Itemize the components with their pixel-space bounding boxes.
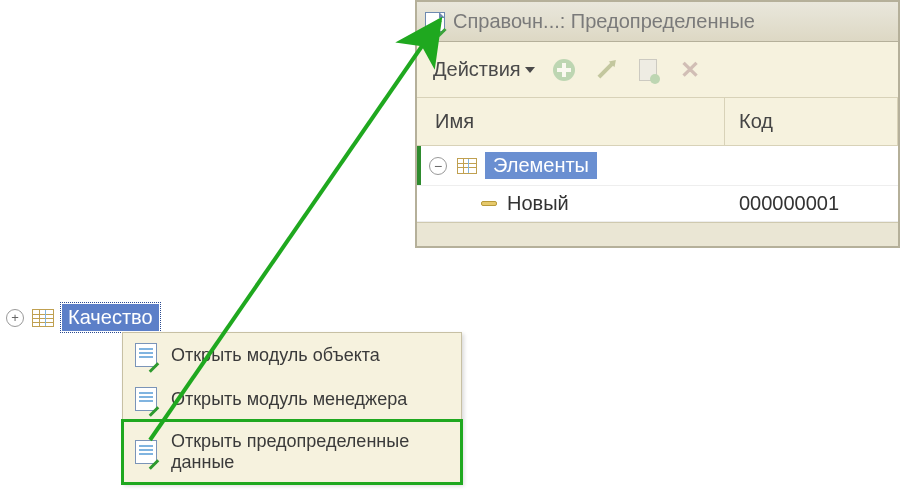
grid-row-root[interactable]: − Элементы — [417, 146, 898, 186]
grid-header: Имя Код — [417, 98, 898, 146]
predefined-window: Справочн...: Предопределенные Действия ✕… — [415, 0, 900, 248]
module-icon — [135, 343, 157, 367]
menu-open-manager-module[interactable]: Открыть модуль менеджера — [123, 377, 461, 421]
menu-item-label: Открыть модуль менеджера — [171, 389, 407, 410]
collapse-toggle[interactable]: − — [429, 157, 447, 175]
chevron-down-icon — [525, 67, 535, 73]
grid-body: − Элементы Новый 000000001 — [417, 146, 898, 222]
edit-button[interactable] — [593, 57, 619, 83]
menu-item-label: Открыть модуль объекта — [171, 345, 380, 366]
column-header-code[interactable]: Код — [725, 98, 898, 145]
delete-icon: ✕ — [680, 56, 700, 84]
window-footer — [417, 222, 898, 246]
row-code — [729, 160, 898, 172]
tree-node-label: Качество — [62, 304, 159, 331]
element-icon — [481, 201, 497, 206]
row-label: Элементы — [485, 152, 597, 179]
add-icon — [553, 59, 575, 81]
window-titlebar[interactable]: Справочн...: Предопределенные — [417, 2, 898, 42]
menu-item-label: Открыть предопределенные данные — [171, 431, 449, 473]
add-button[interactable] — [551, 57, 577, 83]
copy-add-icon — [639, 59, 657, 81]
module-icon — [135, 440, 157, 464]
catalog-icon — [457, 158, 477, 174]
row-code: 000000001 — [729, 186, 898, 221]
actions-dropdown[interactable]: Действия — [433, 58, 535, 81]
edit-icon — [597, 61, 614, 78]
copy-button[interactable] — [635, 57, 661, 83]
context-menu: Открыть модуль объекта Открыть модуль ме… — [122, 332, 462, 484]
expand-toggle[interactable]: + — [6, 309, 24, 327]
grid-row-child[interactable]: Новый 000000001 — [417, 186, 898, 222]
delete-button[interactable]: ✕ — [677, 57, 703, 83]
catalog-icon — [32, 309, 54, 327]
module-icon — [135, 387, 157, 411]
menu-open-predefined-data[interactable]: Открыть предопределенные данные — [123, 421, 461, 483]
actions-label: Действия — [433, 58, 521, 81]
menu-open-object-module[interactable]: Открыть модуль объекта — [123, 333, 461, 377]
window-toolbar: Действия ✕ — [417, 42, 898, 98]
catalog-predefined-icon — [425, 12, 445, 32]
window-title: Справочн...: Предопределенные — [453, 10, 755, 33]
row-label: Новый — [507, 192, 569, 215]
configurator-tree-node[interactable]: + Качество — [6, 304, 159, 331]
data-grid: Имя Код − Элементы Новый 000000001 — [417, 98, 898, 222]
column-header-name[interactable]: Имя — [417, 98, 725, 145]
